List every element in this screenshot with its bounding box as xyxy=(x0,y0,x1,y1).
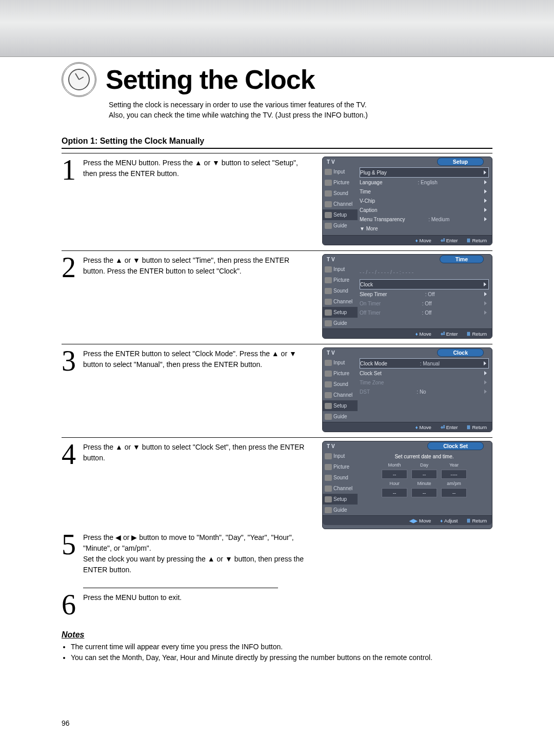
step-1-text: Press the MENU button. Press the ▲ or ▼ … xyxy=(83,153,322,250)
current-time-placeholder: - - / - - / - - - - / - - : - - - - xyxy=(360,269,413,275)
step-2-text: Press the ▲ or ▼ button to select "Time"… xyxy=(83,251,322,344)
osd-clock-menu: T VClock Input Picture Sound Channel Set… xyxy=(322,347,492,432)
osd-title: Setup xyxy=(437,158,484,166)
osd-footer: ♦Move ⏎Enter ⅢReturn xyxy=(323,235,492,245)
option-1-heading: Option 1: Setting the Clock Manually xyxy=(62,137,492,146)
note-2: You can set the Month, Day, Year, Hour a… xyxy=(71,652,492,663)
intro-line-2: Also, you can check the time while watch… xyxy=(109,110,492,121)
osd-clock-set: T VClock Set Input Picture Sound Channel… xyxy=(322,441,492,529)
osd-time-menu: T VTime Input Picture Sound Channel Setu… xyxy=(322,254,492,339)
page-title: Setting the Clock xyxy=(106,64,315,95)
step-3-text: Press the ENTER button to select "Clock … xyxy=(83,344,322,437)
date-time-grid: MonthDayYear -------- HourMinuteam/pm --… xyxy=(382,462,467,497)
note-1: The current time will appear every time … xyxy=(71,642,492,652)
step-number-4: 4 xyxy=(62,438,83,534)
osd-setup-menu: T VSetup Input Picture Sound Channel Set… xyxy=(322,157,492,245)
step-number-3: 3 xyxy=(62,344,83,437)
step-number-6: 6 xyxy=(62,588,83,619)
notes-heading: Notes xyxy=(62,630,84,639)
top-metallic-band xyxy=(0,0,554,57)
step-4-text: Press the ▲ or ▼ button to select "Clock… xyxy=(83,442,313,463)
step-number-5: 5 xyxy=(62,528,83,581)
clock-set-message: Set current date and time. xyxy=(360,454,489,459)
divider xyxy=(62,148,492,149)
osd-side-tabs: Input Picture Sound Channel Setup Guide xyxy=(323,166,358,235)
step-5-text: Press the ◀ or ▶ button to move to "Mont… xyxy=(83,528,323,581)
page-number: 96 xyxy=(62,719,70,727)
step-6-text: Press the MENU button to exit. xyxy=(83,588,492,619)
chevron-right-icon xyxy=(484,170,486,175)
clock-icon xyxy=(62,62,96,97)
step-number-2: 2 xyxy=(62,251,83,344)
notes-section: Notes The current time will appear every… xyxy=(62,630,492,663)
osd-tv-label: T V xyxy=(323,159,358,165)
intro-line-1: Setting the clock is necessary in order … xyxy=(109,100,492,110)
step-number-1: 1 xyxy=(62,153,83,250)
